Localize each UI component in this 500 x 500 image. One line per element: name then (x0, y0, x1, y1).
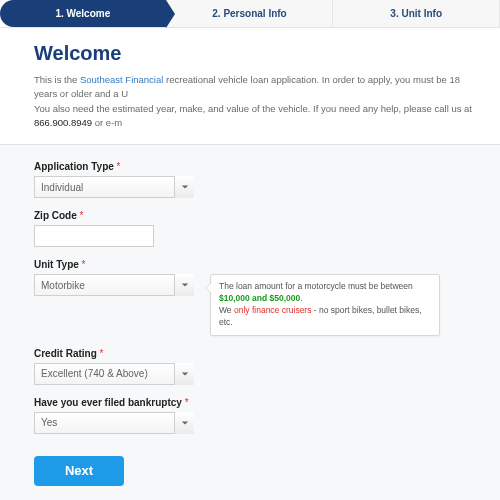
hint-text: . (300, 293, 302, 303)
field-unit-type: Unit Type * Motorbike The loan amount fo… (34, 259, 482, 336)
field-credit-rating: Credit Rating * Excellent (740 & Above) (34, 348, 482, 385)
chevron-down-icon (174, 363, 194, 385)
progress-steps: 1. Welcome 2. Personal Info 3. Unit Info (0, 0, 500, 28)
label-text: Credit Rating (34, 348, 97, 359)
required-mark: * (100, 348, 104, 359)
required-mark: * (80, 210, 84, 221)
label-application-type: Application Type * (34, 161, 482, 172)
select-application-type[interactable]: Individual (34, 176, 194, 198)
page-title: Welcome (0, 28, 500, 73)
label-unit-type: Unit Type * (34, 259, 482, 270)
label-text: Have you ever filed bankruptcy (34, 397, 182, 408)
select-bankruptcy[interactable]: Yes (34, 412, 194, 434)
required-mark: * (185, 397, 189, 408)
hint-text: The loan amount for a motorcycle must be… (219, 281, 413, 291)
phone-number: 866.900.8949 (34, 117, 92, 128)
zip-input[interactable] (34, 225, 154, 247)
label-text: Zip Code (34, 210, 77, 221)
required-mark: * (82, 259, 86, 270)
chevron-down-icon (174, 412, 194, 434)
field-application-type: Application Type * Individual (34, 161, 482, 198)
hint-restriction: only finance cruisers (234, 305, 311, 315)
select-value: Yes (34, 412, 194, 434)
intro-line2-rest: or e-m (92, 117, 122, 128)
chevron-down-icon (174, 176, 194, 198)
step-unit-info[interactable]: 3. Unit Info (333, 0, 500, 27)
select-value: Excellent (740 & Above) (34, 363, 194, 385)
hint-text: We (219, 305, 234, 315)
step-welcome[interactable]: 1. Welcome (0, 0, 167, 27)
intro-prefix: This is the (34, 74, 80, 85)
step-label: 3. Unit Info (390, 8, 442, 19)
select-credit-rating[interactable]: Excellent (740 & Above) (34, 363, 194, 385)
label-zip-code: Zip Code * (34, 210, 482, 221)
field-bankruptcy: Have you ever filed bankruptcy * Yes (34, 397, 482, 434)
select-unit-type[interactable]: Motorbike (34, 274, 194, 296)
field-zip-code: Zip Code * (34, 210, 482, 247)
intro-line2-prefix: You also need the estimated year, make, … (34, 103, 472, 114)
next-button-label: Next (65, 463, 93, 478)
step-label: 1. Welcome (55, 8, 110, 19)
label-text: Unit Type (34, 259, 79, 270)
step-label: 2. Personal Info (212, 8, 286, 19)
hint-range: $10,000 and $50,000 (219, 293, 300, 303)
label-credit-rating: Credit Rating * (34, 348, 482, 359)
next-button[interactable]: Next (34, 456, 124, 486)
form-area: Application Type * Individual Zip Code *… (0, 144, 500, 500)
required-mark: * (117, 161, 121, 172)
step-personal-info[interactable]: 2. Personal Info (167, 0, 334, 27)
label-bankruptcy: Have you ever filed bankruptcy * (34, 397, 482, 408)
chevron-down-icon (174, 274, 194, 296)
label-text: Application Type (34, 161, 114, 172)
intro-text: This is the Southeast Financial recreati… (0, 73, 500, 144)
brand-link[interactable]: Southeast Financial (80, 74, 163, 85)
select-value: Motorbike (34, 274, 194, 296)
select-value: Individual (34, 176, 194, 198)
unit-type-hint: The loan amount for a motorcycle must be… (210, 274, 440, 336)
